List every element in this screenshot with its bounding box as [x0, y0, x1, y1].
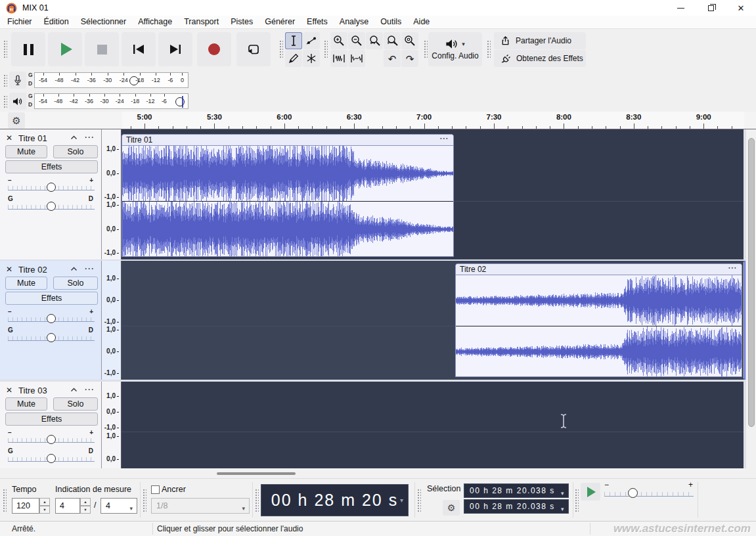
- track-close-icon[interactable]: ✕: [6, 133, 12, 143]
- play-at-speed-grip[interactable]: [574, 488, 579, 512]
- pan-slider[interactable]: [8, 205, 95, 210]
- menu-transport[interactable]: Transport: [178, 16, 225, 28]
- edit-toolbar-grip[interactable]: [323, 39, 328, 59]
- trim-audio-button[interactable]: [330, 50, 347, 67]
- track-name[interactable]: Titre 02: [18, 265, 47, 275]
- timeline-options-button[interactable]: ⚙: [8, 112, 25, 129]
- pause-button[interactable]: [11, 32, 45, 66]
- horizontal-scrollbar[interactable]: [0, 468, 756, 478]
- selection-toolbar-grip[interactable]: [416, 488, 421, 512]
- clip-menu-icon[interactable]: ⋯: [728, 263, 737, 273]
- track-menu-icon[interactable]: ⋯: [84, 263, 95, 275]
- menu-outils[interactable]: Outils: [374, 16, 407, 28]
- spin-down-icon[interactable]: ▼: [39, 506, 50, 514]
- play-speed-knob[interactable]: [628, 488, 638, 498]
- menu-aide[interactable]: Aide: [407, 16, 435, 28]
- mute-button[interactable]: Mute: [5, 277, 47, 290]
- track-content-titre-01[interactable]: Titre 01 ⋯: [122, 129, 744, 259]
- effects-button[interactable]: Effets: [5, 413, 98, 426]
- solo-button[interactable]: Solo: [53, 277, 98, 290]
- menu-analyse[interactable]: Analyse: [334, 16, 374, 28]
- audio-setup-grip[interactable]: [423, 39, 428, 59]
- gain-slider-knob[interactable]: [47, 183, 56, 192]
- vertical-scrollbar-thumb[interactable]: [748, 138, 755, 427]
- snap-checkbox[interactable]: [151, 485, 160, 494]
- silence-audio-button[interactable]: [348, 50, 365, 67]
- clip-header[interactable]: Titre 02 ⋯: [456, 264, 742, 275]
- menu-edition[interactable]: Édition: [38, 16, 75, 28]
- restore-button[interactable]: [696, 0, 726, 16]
- tempo-input[interactable]: 120: [12, 498, 39, 514]
- recording-meter-grip[interactable]: [3, 74, 7, 87]
- track-menu-icon[interactable]: ⋯: [84, 131, 95, 143]
- vertical-scale-titre-03[interactable]: 1,0 0,0 -1,0 1,0 0,0: [102, 382, 122, 468]
- mute-button[interactable]: Mute: [5, 397, 47, 411]
- snapping-grip[interactable]: [142, 488, 146, 512]
- skip-to-start-button[interactable]: [122, 32, 156, 66]
- menu-selectionner[interactable]: Sélectionner: [75, 16, 133, 28]
- track-name[interactable]: Titre 03: [18, 386, 47, 395]
- pan-slider-knob[interactable]: [47, 202, 56, 211]
- spin-up-icon[interactable]: ▲: [39, 498, 50, 506]
- clip-header[interactable]: Titre 01 ⋯: [122, 135, 453, 146]
- vertical-scale-titre-01[interactable]: 1,0 0,0 -1,0 1,0 0,0 -1,0: [102, 129, 122, 259]
- selection-options-button[interactable]: ⚙: [443, 500, 460, 516]
- gain-slider[interactable]: [8, 438, 95, 443]
- audio-setup-button[interactable]: ▾ Config. Audio: [428, 32, 482, 66]
- envelope-tool-button[interactable]: [303, 32, 320, 49]
- horizontal-scrollbar-thumb[interactable]: [217, 472, 296, 475]
- collapse-chevron-icon[interactable]: [70, 267, 78, 271]
- menu-fichier[interactable]: Fichier: [1, 16, 38, 28]
- loop-button[interactable]: [236, 32, 271, 66]
- gain-slider-knob[interactable]: [47, 435, 56, 444]
- menu-pistes[interactable]: Pistes: [225, 16, 259, 28]
- effects-button[interactable]: Effets: [5, 160, 98, 173]
- menu-generer[interactable]: Générer: [259, 16, 301, 28]
- pan-slider[interactable]: [8, 457, 95, 462]
- selection-start-field[interactable]: 00 h 28 m 20.038 s ▾: [464, 483, 569, 498]
- snap-select[interactable]: 1/8 ▾: [151, 498, 250, 514]
- selection-tool-button[interactable]: [285, 32, 302, 49]
- pan-slider-knob[interactable]: [47, 333, 56, 342]
- play-button[interactable]: [48, 32, 82, 66]
- track-panel-titre-01[interactable]: ✕ Titre 01 ⋯ Mute Solo Effets − + G D: [0, 129, 102, 259]
- skip-to-end-button[interactable]: [158, 32, 192, 66]
- time-signature-lower-select[interactable]: 4 ▾: [100, 498, 137, 514]
- playback-meter-button[interactable]: [9, 93, 26, 110]
- zoom-out-button[interactable]: [348, 32, 365, 49]
- track-panel-titre-03[interactable]: ✕ Titre 03 ⋯ Mute Solo Effets − + G D: [0, 382, 102, 468]
- time-signature-spinner[interactable]: ▲ ▼: [80, 498, 91, 514]
- playback-meter-scale[interactable]: -54 -48 -42 -36 -30 -24 -18 -12 -6: [34, 93, 189, 109]
- time-display[interactable]: 00 h 28 m 20 s ▾: [261, 484, 409, 516]
- vertical-scale-titre-02[interactable]: 1,0 0,0 -1,0 1,0 0,0 -1,0: [102, 261, 122, 380]
- spin-up-icon[interactable]: ▲: [80, 498, 91, 506]
- time-ruler[interactable]: 5:005:306:006:307:007:308:008:309:00: [122, 112, 744, 129]
- play-speed-slider[interactable]: [604, 492, 694, 497]
- track-close-icon[interactable]: ✕: [6, 265, 12, 274]
- solo-button[interactable]: Solo: [53, 397, 98, 411]
- playback-meter-grip[interactable]: [3, 95, 7, 108]
- fit-project-button[interactable]: [384, 32, 401, 49]
- track-name[interactable]: Titre 01: [18, 133, 47, 143]
- collapse-chevron-icon[interactable]: [70, 135, 78, 140]
- zoom-toggle-button[interactable]: [401, 32, 418, 49]
- track-content-titre-02[interactable]: Titre 02 ⋯: [122, 261, 744, 380]
- gain-slider[interactable]: [8, 317, 95, 322]
- share-audio-button[interactable]: Partager l'Audio: [494, 32, 586, 49]
- pan-slider-knob[interactable]: [47, 454, 56, 463]
- track-menu-icon[interactable]: ⋯: [84, 384, 95, 395]
- clip-menu-icon[interactable]: ⋯: [439, 134, 449, 143]
- time-signature-grip[interactable]: [2, 488, 7, 512]
- draw-tool-button[interactable]: [285, 50, 302, 67]
- title-bar[interactable]: MIX 01 ✕: [0, 0, 756, 16]
- get-effects-button[interactable]: Obtenez des Effets: [494, 50, 586, 67]
- play-at-speed-button[interactable]: [581, 483, 600, 501]
- vertical-scrollbar[interactable]: [745, 129, 756, 468]
- multi-tool-button[interactable]: [303, 50, 320, 67]
- mute-button[interactable]: Mute: [5, 145, 47, 158]
- record-button[interactable]: [197, 32, 231, 66]
- recording-meter-scale[interactable]: -54 -48 -42 -36 -30 -24 -18 -12 -6 0: [34, 72, 189, 88]
- clip-titre-02[interactable]: Titre 02 ⋯: [455, 263, 742, 377]
- fit-selection-button[interactable]: [366, 32, 383, 49]
- stop-button[interactable]: [85, 32, 119, 66]
